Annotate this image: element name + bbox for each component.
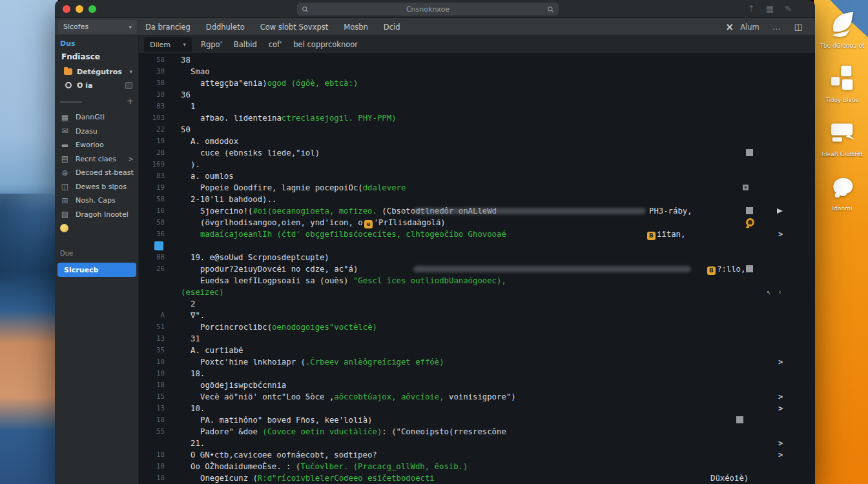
menu-item-2[interactable]: Cow slobt Sovxpst <box>260 23 329 32</box>
code-line[interactable]: 18Onegeïcunz (R:d"rícoivblelerCodeeo esï… <box>139 472 815 484</box>
code-line[interactable]: 55Padore" &doe (Covoce oetin vductàlíče)… <box>139 426 815 438</box>
toolbar-item-2[interactable]: cof' <box>269 40 282 49</box>
minimize-button[interactable] <box>76 5 83 13</box>
margin-square-marker-small[interactable] <box>743 185 749 190</box>
margin-square-marker[interactable] <box>736 416 743 423</box>
margin-square-marker[interactable] <box>746 265 753 272</box>
line-number[interactable]: 16 <box>139 205 165 217</box>
line-number[interactable]: 58 <box>139 217 165 228</box>
expand-chevron-icon[interactable]: > <box>778 438 783 449</box>
zoom-button[interactable] <box>88 5 96 13</box>
line-number[interactable]: 28 <box>139 147 165 159</box>
code-line[interactable]: 83a. oumlos <box>139 170 815 182</box>
code-line[interactable]: 1018. <box>139 368 815 379</box>
search-input[interactable] <box>309 5 547 14</box>
expand-chevron-icon[interactable]: > <box>778 356 783 368</box>
line-number[interactable]: 58 <box>139 194 165 205</box>
line-number[interactable]: 10 <box>139 356 165 368</box>
line-number[interactable]: 26 <box>139 263 165 275</box>
desktop-icon-3[interactable]: Idanmi <box>819 172 865 212</box>
code-line[interactable]: 26ppodur?2eiuyDovcéi no cdze, ac"á)B?:ll… <box>139 263 815 275</box>
line-number[interactable]: 83 <box>139 170 165 182</box>
line-number[interactable]: 19 <box>139 136 165 147</box>
line-number[interactable]: 169 <box>139 159 165 170</box>
sidebar-item-3[interactable]: ▤Recnt claes> <box>55 152 139 166</box>
line-number[interactable]: 35 <box>139 345 165 356</box>
line-number[interactable]: 10 <box>139 461 165 472</box>
bookmark-pin-icon[interactable] <box>746 218 754 227</box>
code-line[interactable]: 3036 <box>139 89 815 101</box>
margin-square-marker[interactable] <box>746 207 753 214</box>
sidebar-item-1[interactable]: ✉Dzasu <box>55 125 139 139</box>
code-line[interactable]: 2 <box>139 298 815 310</box>
line-number[interactable]: 13 <box>139 403 165 414</box>
expand-chevron-icon[interactable]: > <box>778 228 783 240</box>
active-line-marker[interactable] <box>154 241 163 250</box>
line-number[interactable]: 58 <box>139 54 165 66</box>
code-line[interactable]: 15Vecè aö"niö' ontc"Loo Sòce ,aôccobtúaj… <box>139 391 815 403</box>
line-number[interactable]: 18 <box>139 472 165 484</box>
line-number[interactable]: 88 <box>139 252 165 263</box>
run-arrow-icon[interactable] <box>777 208 783 214</box>
close-button[interactable] <box>63 5 70 13</box>
sidebar-item-0[interactable]: ▦DannGti <box>55 110 139 125</box>
status-box-icon[interactable] <box>125 82 132 89</box>
sidebar-item-8[interactable] <box>55 221 139 236</box>
compose-icon[interactable]: ✎ <box>785 3 792 14</box>
code-line[interactable]: Euedsa leefILogpsoaíi sa (ouès) "Gescl ï… <box>139 275 815 287</box>
margin-square-marker[interactable] <box>746 149 753 156</box>
sidebar-item-2[interactable]: ▬Eworioo <box>55 138 139 152</box>
line-number[interactable]: 51 <box>139 321 165 333</box>
code-line[interactable]: 169). <box>139 159 815 170</box>
close-panel-icon[interactable]: × <box>726 21 734 33</box>
code-line[interactable]: 5838 <box>139 54 815 66</box>
code-line[interactable]: 19Popeie Ooodfire, lagnie pocepoiOc(ddal… <box>139 182 815 194</box>
sidebar-toggle-icon[interactable]: ◫ <box>794 22 802 32</box>
line-number[interactable]: 38 <box>139 77 165 89</box>
code-line[interactable]: A∇". <box>139 310 815 321</box>
menu-item-4[interactable]: Dcid <box>384 23 400 32</box>
code-line[interactable]: 18ogödejiswpcbćcnnia <box>139 379 815 391</box>
sidebar-item-selected[interactable]: Slcruecb <box>57 263 136 277</box>
line-number[interactable]: 22 <box>139 124 165 136</box>
line-number[interactable]: 30 <box>139 66 165 77</box>
chevron-down-icon[interactable]: ▾ <box>129 68 132 75</box>
code-line[interactable]: 51Porcincroclibc(oenodogoiges"voctèlcè) <box>139 321 815 333</box>
toolbar-item-0[interactable]: Rgpo' <box>201 40 222 49</box>
line-number[interactable]: A <box>139 310 165 321</box>
line-number[interactable]: 30 <box>139 89 165 101</box>
code-line[interactable]: 30Smao <box>139 66 815 77</box>
line-number[interactable]: 18 <box>139 379 165 391</box>
code-line[interactable]: 1331 <box>139 333 815 345</box>
toolbar-item-3[interactable]: bel copprcoknoor <box>293 40 358 49</box>
code-line[interactable]: 21.> <box>139 438 815 449</box>
line-number[interactable]: 18 <box>139 449 165 461</box>
sidebar-item-5[interactable]: ◫Dewes b slpos <box>55 180 139 194</box>
toolbar-item-1[interactable]: Balbid <box>234 40 257 49</box>
code-line[interactable]: 582-10'li bahdood).. <box>139 194 815 205</box>
sidebar-item-4[interactable]: ⊕Decoed st-beast <box>55 166 139 180</box>
code-line[interactable]: 18O GN•ctb,cavicoee oofnáecobt, sodtipeo… <box>139 449 815 461</box>
code-line[interactable]: 58(övgrlhodisangoo,oien, ynd'icon, oe'Pr… <box>139 217 815 228</box>
code-line[interactable]: 19A. omdodox <box>139 136 815 147</box>
share-icon[interactable]: ⇡ <box>748 3 755 14</box>
code-line[interactable]: 28cuce (ebnsiks liede,"iol) <box>139 147 815 159</box>
sidebar-tree-item-circle[interactable]: O ia <box>65 79 136 91</box>
code-line[interactable]: 2250 <box>139 124 815 136</box>
code-line[interactable]: 103afbao. lidenteinactreclasejogil. PHY-… <box>139 112 815 124</box>
line-number[interactable]: 36 <box>139 228 165 240</box>
sidebar-item-6[interactable]: ⊞Nosh. Caps <box>55 194 139 208</box>
undo-marker-icon[interactable]: ↖ ‹ <box>767 287 783 298</box>
code-line[interactable]: 16Sjoercino!(#oi(oecanogioeta, mofizeo. … <box>139 205 815 217</box>
grid-icon[interactable]: ▦ <box>766 3 774 14</box>
code-line[interactable]: 36madaícajoeanlIh (ćtd' obçgefilbsćocecí… <box>139 228 815 240</box>
code-line[interactable]: (eseizec)↖ ‹ <box>139 287 815 298</box>
line-number[interactable]: 55 <box>139 426 165 438</box>
code-area[interactable]: 583830Smao38attegçba"enia)ogod (ógôè, eb… <box>139 54 815 484</box>
desktop-icon-1[interactable]: Tidoy blvoe <box>819 63 865 103</box>
line-number[interactable]: 83 <box>139 101 165 112</box>
code-line[interactable]: 1310.> <box>139 403 815 414</box>
line-number[interactable]: 18 <box>139 414 165 426</box>
line-number[interactable]: 15 <box>139 391 165 403</box>
line-number[interactable]: 19 <box>139 182 165 194</box>
